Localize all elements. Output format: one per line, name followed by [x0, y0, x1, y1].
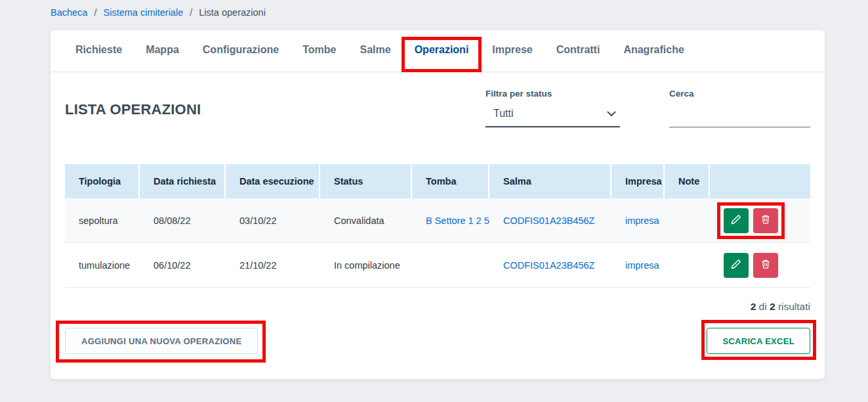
- col-header-tipologia: Tipologia: [65, 164, 140, 198]
- status-filter-value: Tutti: [493, 108, 514, 120]
- table-row: sepoltura 08/08/22 03/10/22 Convalidata …: [65, 198, 810, 243]
- cell-data-richiesta: 06/10/22: [140, 243, 226, 288]
- col-header-status: Status: [320, 164, 412, 198]
- add-operation-button[interactable]: AGGIUNGI UNA NUOVA OPERAZIONE: [65, 328, 258, 354]
- page-title: LISTA OPERAZIONI: [65, 101, 486, 118]
- tab-mappa[interactable]: Mappa: [135, 30, 190, 72]
- cell-status: In compilazione: [320, 243, 412, 288]
- cell-tipologia: tumulazione: [65, 243, 140, 288]
- results-count: 2 di 2 risultati: [65, 301, 810, 313]
- status-filter-label: Filtra per status: [486, 89, 620, 99]
- impresa-link[interactable]: impresa: [625, 260, 659, 271]
- breadcrumb-separator: /: [94, 7, 96, 18]
- col-header-data-esecuzione: Data esecuzione: [226, 164, 320, 198]
- tab-anagrafiche[interactable]: Anagrafiche: [613, 30, 694, 72]
- tab-configurazione[interactable]: Configurazione: [192, 30, 289, 72]
- cell-data-esecuzione: 21/10/22: [226, 243, 320, 288]
- breadcrumb: Bacheca / Sistema cimiteriale / Lista op…: [51, 7, 266, 18]
- col-header-data-richiesta: Data richiesta: [140, 164, 226, 198]
- delete-button[interactable]: [753, 208, 778, 233]
- breadcrumb-separator: /: [190, 7, 192, 18]
- cell-data-richiesta: 08/08/22: [140, 198, 226, 243]
- table-row: tumulazione 06/10/22 21/10/22 In compila…: [65, 243, 810, 288]
- row-actions: [724, 253, 778, 278]
- trash-icon: [760, 259, 771, 271]
- col-header-note: Note: [665, 164, 710, 198]
- tab-tombe[interactable]: Tombe: [292, 30, 346, 72]
- cell-tipologia: sepoltura: [65, 198, 140, 243]
- pencil-icon: [731, 259, 741, 271]
- cell-data-esecuzione: 03/10/22: [226, 198, 320, 243]
- col-header-impresa: Impresa: [611, 164, 665, 198]
- breadcrumb-link-bacheca[interactable]: Bacheca: [51, 7, 87, 18]
- salma-link[interactable]: CODFIS01A23B456Z: [503, 260, 594, 271]
- row-actions: [724, 208, 778, 233]
- status-filter-select[interactable]: Tutti: [486, 108, 620, 127]
- tab-salme[interactable]: Salme: [350, 30, 402, 72]
- table-header-row: Tipologia Data richiesta Data esecuzione…: [65, 164, 810, 198]
- search-label: Cerca: [669, 89, 810, 99]
- edit-button[interactable]: [724, 208, 749, 233]
- download-excel-button[interactable]: SCARICA EXCEL: [707, 328, 810, 354]
- col-header-tomba: Tomba: [412, 164, 489, 198]
- cell-note: [665, 198, 710, 243]
- tomba-link[interactable]: B Settore 1 2 5: [426, 215, 489, 226]
- pencil-icon: [731, 214, 741, 227]
- tab-richieste[interactable]: Richieste: [65, 30, 133, 72]
- cell-status: Convalidata: [320, 198, 412, 243]
- operations-table: Tipologia Data richiesta Data esecuzione…: [65, 164, 810, 288]
- col-header-salma: Salma: [489, 164, 611, 198]
- chevron-down-icon: [607, 108, 616, 120]
- tab-bar: Richieste Mappa Configurazione Tombe Sal…: [51, 30, 825, 72]
- tab-operazioni[interactable]: Operazioni: [404, 30, 480, 72]
- salma-link[interactable]: CODFIS01A23B456Z: [503, 215, 594, 226]
- trash-icon: [760, 214, 771, 227]
- cell-note: [665, 243, 710, 288]
- edit-button[interactable]: [724, 253, 749, 278]
- content-card: Richieste Mappa Configurazione Tombe Sal…: [51, 30, 825, 379]
- search-input[interactable]: [669, 108, 810, 127]
- tab-contratti[interactable]: Contratti: [546, 30, 611, 72]
- breadcrumb-current: Lista operazioni: [199, 7, 266, 18]
- tab-imprese[interactable]: Imprese: [482, 30, 543, 72]
- breadcrumb-link-sistema-cimiteriale[interactable]: Sistema cimiteriale: [104, 7, 184, 18]
- col-header-actions: [710, 164, 810, 198]
- delete-button[interactable]: [753, 253, 778, 278]
- impresa-link[interactable]: impresa: [625, 215, 659, 226]
